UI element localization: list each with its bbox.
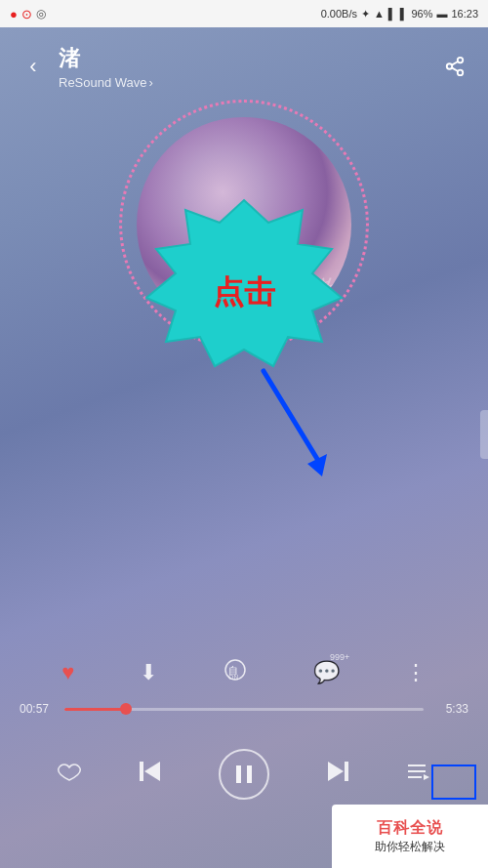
- annotation-splash: 点击: [117, 195, 371, 391]
- share-button[interactable]: [437, 49, 472, 84]
- svg-text:ON: ON: [228, 674, 239, 681]
- song-title: 渚: [59, 44, 437, 73]
- side-handle: [480, 410, 488, 459]
- comments-icon: 💬: [313, 660, 340, 684]
- playback-controls: [0, 749, 488, 800]
- signal-icon-2: ▌: [400, 8, 408, 20]
- svg-point-1: [447, 63, 453, 69]
- progress-thumb: [120, 703, 132, 715]
- heart-button[interactable]: ♥: [61, 660, 74, 685]
- battery-icon: ▬: [436, 8, 447, 20]
- bluetooth-icon: ✦: [361, 8, 370, 21]
- song-subtitle: ReSound Wave ›: [59, 75, 437, 90]
- next-button[interactable]: [324, 760, 351, 789]
- app-icon-3: ◎: [36, 7, 46, 21]
- playlist-button[interactable]: [406, 761, 431, 788]
- heartbeat-button[interactable]: [57, 761, 82, 788]
- svg-rect-14: [247, 765, 252, 783]
- status-right: 0.00B/s ✦ ▲ ▌ ▌ 96% ▬ 16:23: [321, 8, 478, 21]
- svg-point-0: [458, 58, 464, 63]
- signal-icon-1: ▌: [388, 8, 396, 20]
- action-icons-row: ♥ ⬇ 自 ON 💬 999+ ⋮: [20, 658, 468, 686]
- network-speed: 0.00B/s: [321, 8, 357, 20]
- wifi-icon: ▲: [374, 8, 385, 20]
- svg-marker-15: [328, 762, 344, 781]
- header: ‹ 渚 ReSound Wave ›: [0, 27, 488, 105]
- time-current: 00:57: [20, 702, 55, 716]
- auto-play-button[interactable]: 自 ON: [222, 658, 249, 686]
- header-title-area: 渚 ReSound Wave ›: [59, 44, 437, 90]
- clock: 16:23: [451, 8, 478, 20]
- status-left: ● ⊙ ◎: [10, 7, 46, 21]
- battery-pct: 96%: [411, 8, 432, 20]
- subtitle-text: ReSound Wave: [59, 75, 147, 90]
- more-button[interactable]: ⋮: [405, 660, 427, 685]
- svg-line-3: [452, 67, 458, 71]
- svg-point-2: [458, 70, 464, 76]
- play-pause-button[interactable]: [219, 749, 269, 800]
- prev-button[interactable]: [137, 760, 164, 789]
- status-bar: ● ⊙ ◎ 0.00B/s ✦ ▲ ▌ ▌ 96% ▬ 16:23: [0, 0, 488, 27]
- watermark-overlay: 百科全说 助你轻松解决: [332, 805, 488, 868]
- svg-line-4: [452, 62, 458, 65]
- svg-marker-11: [144, 762, 160, 781]
- app-icon-2: ⊙: [21, 7, 32, 21]
- comments-badge: 999+: [330, 652, 349, 662]
- progress-bar[interactable]: [64, 708, 424, 711]
- progress-fill: [64, 708, 126, 711]
- svg-rect-12: [140, 762, 143, 781]
- download-button[interactable]: ⬇: [140, 660, 157, 685]
- svg-marker-20: [424, 774, 429, 780]
- app-icon-1: ●: [10, 7, 18, 21]
- watermark-subtitle: 助你轻松解决: [375, 839, 445, 855]
- back-button[interactable]: ‹: [16, 49, 51, 84]
- svg-marker-5: [146, 200, 342, 366]
- svg-rect-16: [345, 762, 348, 781]
- svg-rect-13: [236, 765, 241, 783]
- subtitle-chevron: ›: [149, 75, 153, 90]
- playlist-highlight-box: [431, 765, 476, 800]
- progress-area: 00:57 5:33: [20, 702, 468, 716]
- time-total: 5:33: [433, 702, 468, 716]
- comments-button[interactable]: 💬 999+: [313, 660, 340, 685]
- watermark-title: 百科全说: [377, 818, 443, 839]
- controls-area: ♥ ⬇ 自 ON 💬 999+ ⋮ 00:57 5:33: [0, 658, 488, 731]
